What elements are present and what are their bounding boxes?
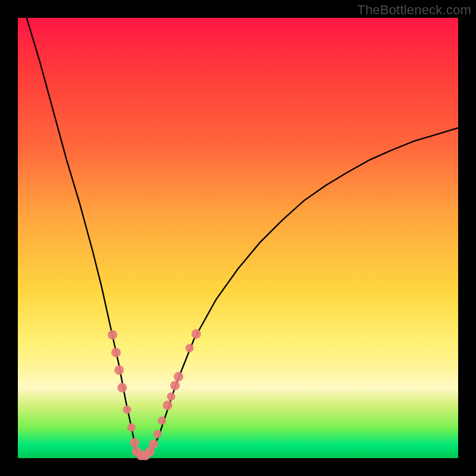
marker-dot <box>130 438 139 447</box>
marker-dot <box>163 400 173 410</box>
marker-dot <box>127 423 136 431</box>
marker-dot <box>186 344 194 352</box>
marker-dot <box>174 372 183 381</box>
chart-frame: TheBottleneck.com <box>0 0 476 476</box>
marker-dot <box>158 416 166 425</box>
marker-dot <box>170 381 180 390</box>
marker-dot <box>149 439 158 449</box>
marker-dot <box>192 329 201 339</box>
marker-dot <box>114 365 124 375</box>
marker-dot <box>167 392 176 400</box>
marker-dot <box>111 347 121 357</box>
bottleneck-curve <box>27 18 458 456</box>
watermark-text: TheBottleneck.com <box>357 2 471 18</box>
marker-dot <box>123 406 131 414</box>
curve-markers <box>108 329 201 460</box>
marker-dot <box>154 430 162 438</box>
curve-svg <box>18 18 458 458</box>
plot-area <box>18 18 458 458</box>
marker-dot <box>108 330 117 340</box>
marker-dot <box>117 383 127 393</box>
